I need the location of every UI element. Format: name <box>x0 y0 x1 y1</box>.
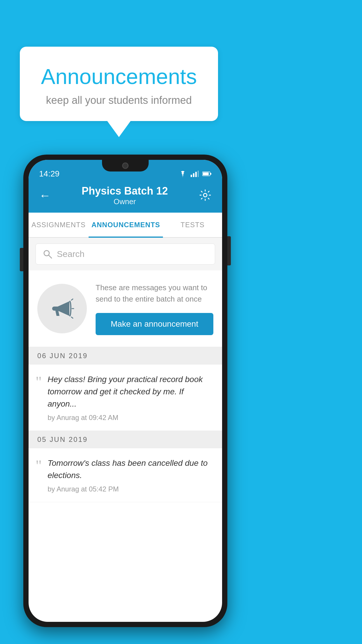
announcement-text-2: Tomorrow's class has been cancelled due … <box>48 457 213 482</box>
announcement-meta-2: by Anurag at 05:42 PM <box>48 485 213 493</box>
svg-rect-0 <box>191 175 192 177</box>
svg-line-9 <box>49 255 52 258</box>
make-announcement-button[interactable]: Make an announcement <box>96 313 213 335</box>
announcement-meta-1: by Anurag at 09:42 AM <box>48 414 213 422</box>
wifi-icon <box>178 171 187 177</box>
battery-icon <box>202 171 212 176</box>
header-center: Physics Batch 12 Owner <box>82 185 168 206</box>
phone-camera <box>122 162 129 169</box>
tab-tests[interactable]: TESTS <box>163 213 222 237</box>
speech-bubble-tail <box>107 121 131 137</box>
phone-wrapper: 14:29 <box>23 155 227 627</box>
announcement-item-1: " Hey class! Bring your practical record… <box>29 365 222 431</box>
date-separator-2: 05 JUN 2019 <box>29 431 222 448</box>
speech-bubble: Announcements keep all your students inf… <box>20 47 218 121</box>
tab-bar: ASSIGNMENTS ANNOUNCEMENTS TESTS <box>29 213 222 238</box>
search-container: Search <box>29 238 222 270</box>
megaphone-icon <box>49 295 75 322</box>
announcement-icon-circle <box>37 284 87 333</box>
svg-rect-5 <box>203 172 209 175</box>
tab-announcements[interactable]: ANNOUNCEMENTS <box>89 213 163 237</box>
speech-bubble-subtitle: keep all your students informed <box>34 94 203 106</box>
quote-icon-2: " <box>36 458 42 473</box>
svg-line-12 <box>71 317 73 318</box>
svg-rect-3 <box>198 171 199 177</box>
signal-icon <box>191 171 199 177</box>
announcement-content-1: Hey class! Bring your practical record b… <box>48 373 213 422</box>
announcement-text-1: Hey class! Bring your practical record b… <box>48 373 213 410</box>
header-subtitle: Owner <box>82 197 168 206</box>
settings-icon[interactable] <box>199 189 212 203</box>
svg-rect-6 <box>210 173 211 175</box>
svg-point-7 <box>203 193 207 197</box>
back-button[interactable]: ← <box>39 189 51 202</box>
search-icon <box>43 249 52 259</box>
phone-inner: 14:29 <box>29 160 222 622</box>
announcement-content-2: Tomorrow's class has been cancelled due … <box>48 457 213 493</box>
status-time: 14:29 <box>39 169 59 178</box>
announcement-prompt: These are messages you want to send to t… <box>29 270 222 347</box>
tab-assignments[interactable]: ASSIGNMENTS <box>29 213 89 237</box>
header-title: Physics Batch 12 <box>82 185 168 197</box>
svg-rect-2 <box>195 172 197 177</box>
status-icons <box>178 171 212 177</box>
search-bar[interactable]: Search <box>36 244 215 265</box>
announcement-description: These are messages you want to send to t… <box>96 282 213 305</box>
phone-notch <box>102 160 149 172</box>
speech-bubble-container: Announcements keep all your students inf… <box>20 47 218 137</box>
svg-line-10 <box>71 299 73 300</box>
quote-icon-1: " <box>36 374 42 390</box>
speech-bubble-title: Announcements <box>34 64 203 89</box>
announcement-right: These are messages you want to send to t… <box>96 282 213 335</box>
date-separator-1: 06 JUN 2019 <box>29 347 222 365</box>
app-header: ← Physics Batch 12 Owner <box>29 180 222 213</box>
announcement-item-2: " Tomorrow's class has been cancelled du… <box>29 448 222 502</box>
phone-outer: 14:29 <box>23 155 227 627</box>
search-placeholder: Search <box>57 249 85 259</box>
svg-rect-1 <box>193 173 194 177</box>
